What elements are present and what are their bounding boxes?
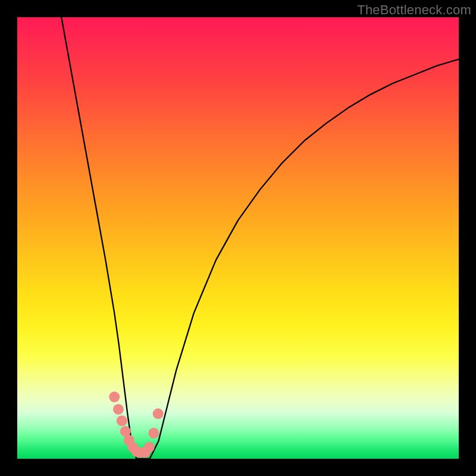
bottleneck-marker	[117, 415, 127, 426]
curve-path	[61, 17, 459, 459]
plot-area	[17, 17, 459, 459]
curve-layer	[61, 17, 459, 459]
watermark-text: TheBottleneck.com	[357, 2, 471, 18]
chart-frame: TheBottleneck.com	[0, 0, 476, 476]
bottleneck-marker	[153, 408, 164, 419]
chart-svg	[17, 17, 459, 459]
bottleneck-marker	[144, 442, 155, 453]
bottleneck-marker	[109, 392, 120, 402]
bottleneck-marker	[113, 404, 124, 415]
bottleneck-marker	[148, 428, 159, 439]
